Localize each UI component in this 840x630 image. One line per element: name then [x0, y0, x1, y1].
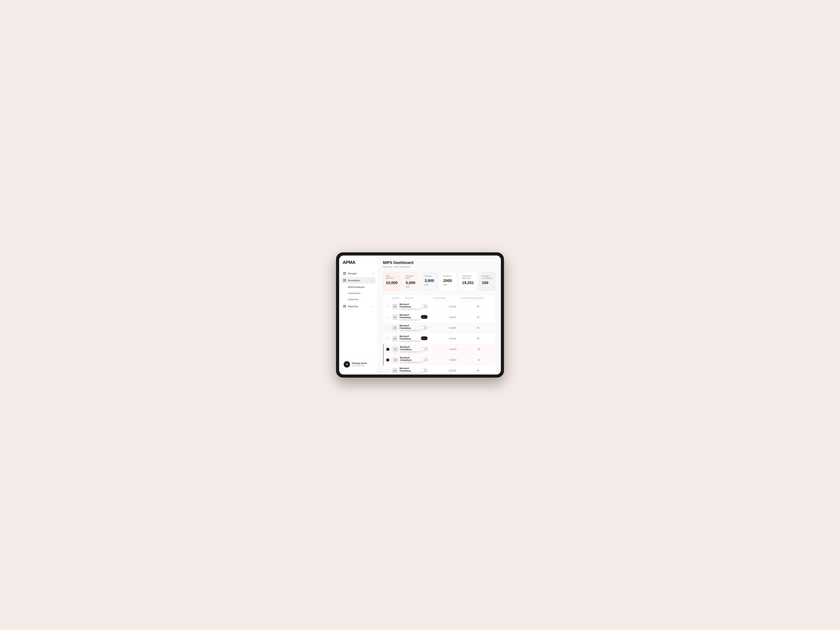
row-7-count: 56 — [477, 369, 496, 372]
sidebar-item-mdm-dashboard[interactable]: MDM Dashboard — [341, 284, 376, 290]
th-member: Member — [392, 297, 405, 299]
stat-card-reported-mips: Reported MIPS 5,000 10% — [403, 272, 419, 291]
app-logo: APMA — [343, 260, 374, 265]
row-7-email: musharof@example.com — [399, 372, 421, 374]
sidebar-item-marketplace[interactable]: Marketplace ∨ — [341, 277, 376, 284]
data-table: Member Reported Reported date No.of Memb… — [383, 295, 496, 374]
sidebar-item-transactions[interactable]: Transactions — [341, 290, 376, 296]
row-7-checkbox[interactable] — [386, 369, 389, 372]
row-7-toggle-cell — [421, 368, 449, 373]
row-2-date: 1/12/23 — [449, 316, 477, 319]
sidebar-item-reporting[interactable]: Reporting ∨ — [341, 303, 376, 309]
row-7-toggle[interactable] — [421, 368, 428, 372]
stat-label-total-mensuers: Total No.of Mensuers — [462, 275, 474, 279]
stat-badge-reported-mips: 10% — [406, 286, 416, 288]
main-content: MIPS Dashboard Reporting > MIPS dashboar… — [377, 256, 501, 374]
row-7-member: MC Musharof Chowdhury musharof@example.c… — [392, 367, 421, 374]
row-5-member: MC Musharof Chowdhury musharof@example.c… — [393, 346, 422, 353]
row-5-member-info: Musharof Chowdhury musharof@example.com — [400, 346, 422, 353]
table-row: MC Musharof Chowdhury musharof@example.c… — [383, 365, 496, 374]
row-2-toggle-cell — [421, 315, 449, 319]
row-5-toggle[interactable] — [422, 347, 428, 351]
row-3-checkbox[interactable] — [386, 327, 389, 329]
stat-label-pending: Pending — [425, 275, 435, 277]
row-4-toggle-cell — [421, 336, 449, 341]
row-2-checkbox[interactable] — [386, 316, 389, 319]
row-6-member-info: Musharof Chowdhury musharof@example.com — [400, 357, 422, 363]
user-info: Thomas Anree Good Morning — [352, 362, 367, 366]
stat-value-reported-mips: 5,000 — [406, 281, 416, 285]
row-4-name: Musharof Chowdhury — [399, 335, 421, 340]
stat-label-avg-doctor: Average no.of doctor — [482, 275, 493, 279]
row-3-toggle[interactable] — [421, 326, 428, 330]
stat-card-pending: Pending 3,000 20% — [422, 272, 438, 291]
row-4-checkbox[interactable] — [386, 337, 389, 340]
breadcrumb: Reporting > MIPS dashboard — [383, 266, 496, 268]
table-row: MC Musharof Chowdhury musharof@example.c… — [383, 323, 496, 333]
device-screen: APMA Manager ∧ — [339, 256, 501, 374]
stat-badge-declined: 10% — [443, 284, 454, 286]
row-1-toggle[interactable] — [421, 304, 428, 308]
row-1-name: Musharof Chowdhury — [399, 303, 421, 308]
manager-chevron: ∧ — [373, 273, 374, 275]
row-1-checkbox[interactable] — [386, 305, 389, 308]
row-6-member: MC Musharof Chowdhury musharof@example.c… — [393, 357, 422, 363]
row-3-email: musharof@example.com — [399, 329, 421, 332]
row-1-member: MC Musharof Chowdhury musharof@example.c… — [392, 303, 421, 310]
row-7-name: Musharof Chowdhury — [399, 367, 421, 372]
table-row: MC Musharof Chowdhury musharof@example.c… — [383, 302, 496, 312]
logo-area: APMA — [339, 260, 377, 270]
row-6-toggle[interactable] — [422, 358, 428, 362]
row-3-member-info: Musharof Chowdhury musharof@example.com — [399, 324, 421, 332]
row-4-date: 1/12/23 — [449, 337, 477, 340]
row-2-member-info: Musharof Chowdhury musharof@example.com — [399, 314, 421, 321]
row-5-toggle-cell — [422, 347, 449, 352]
mdm-dashboard-label: MDM Dashboard — [348, 286, 364, 288]
th-checkbox — [386, 297, 392, 299]
transactions-label: Transactions — [348, 292, 360, 295]
stat-value-total-mensuers: 19,251 — [462, 281, 474, 285]
row-7-date: 1/12/23 — [449, 369, 477, 372]
row-6-date: 1/12/23 — [449, 359, 477, 361]
table-header: Member Reported Reported date No.of Memb… — [383, 295, 496, 302]
row-3-count: 34 — [477, 327, 496, 329]
reporting-icon — [343, 305, 346, 308]
row-7-avatar: MC — [392, 368, 398, 373]
row-5-count: 23 — [477, 348, 496, 351]
row-5-checkbox[interactable] — [387, 348, 389, 351]
row-2-member: MC Musharof Chowdhury musharof@example.c… — [392, 314, 421, 321]
stat-card-total-mensuers: Total No.of Mensuers 19,251 — [459, 272, 477, 291]
reporting-label: Reporting — [348, 305, 373, 308]
stat-value-avg-doctor: 100 — [482, 281, 493, 285]
stat-card-declined: Declined 2000 10% — [440, 272, 457, 291]
row-2-name: Musharof Chowdhury — [399, 314, 421, 319]
row-4-toggle[interactable] — [421, 336, 428, 340]
row-4-count: 43 — [477, 337, 496, 340]
th-reported: Reported — [405, 297, 433, 299]
table-row: MC Musharof Chowdhury musharof@example.c… — [383, 344, 496, 355]
table-row: MC Musharof Chowdhury musharof@example.c… — [383, 333, 496, 344]
marketplace-icon — [343, 279, 346, 282]
row-5-avatar: MC — [393, 346, 398, 352]
row-1-count: 20 — [477, 305, 496, 308]
row-4-avatar: MC — [392, 336, 398, 341]
row-6-name: Musharof Chowdhury — [400, 357, 422, 362]
stat-value-declined: 2000 — [443, 278, 454, 283]
sidebar-item-manager[interactable]: Manager ∧ — [341, 270, 376, 277]
row-2-toggle[interactable] — [421, 315, 428, 319]
row-1-toggle-cell — [421, 304, 449, 309]
row-4-email: musharof@example.com — [399, 340, 421, 342]
row-5-email: musharof@example.com — [400, 351, 422, 353]
row-5-date: 1/12/23 — [449, 348, 477, 351]
stat-value-pending: 3,000 — [425, 278, 435, 283]
stat-card-avg-doctor: Average no.of doctor 100 — [479, 272, 496, 291]
row-4-member: MC Musharof Chowdhury musharof@example.c… — [392, 335, 421, 342]
marketplace-label: Marketplace — [348, 279, 373, 282]
row-6-toggle-cell — [422, 358, 449, 362]
sidebar-item-customers[interactable]: Customers — [341, 296, 376, 302]
user-greeting: Good Morning — [352, 365, 367, 366]
stat-value-total-members: 10,000 — [386, 281, 398, 285]
row-6-checkbox[interactable] — [387, 358, 389, 362]
marketplace-chevron: ∨ — [373, 279, 374, 281]
stat-label-reported-mips: Reported MIPS — [406, 275, 416, 279]
